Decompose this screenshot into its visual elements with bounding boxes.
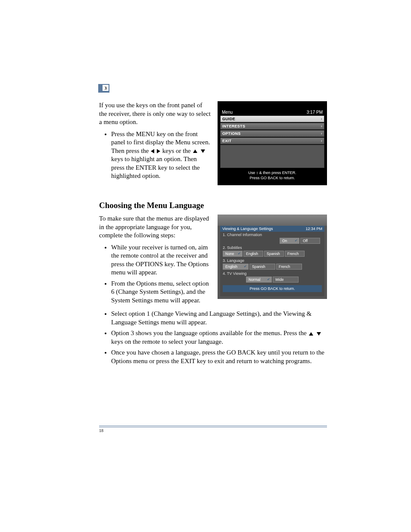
arrow-up-icon [309, 332, 313, 336]
osd2-opt-lang-french: French [276, 264, 302, 270]
screenshot-viewing-language: Viewing & Language Settings 12:34 PM 1. … [218, 215, 327, 299]
arrow-down-icon [201, 149, 205, 153]
osd2-row4-label: 4. TV Viewing [220, 271, 324, 277]
osd2-row1-label: 1. Channel Information [220, 232, 324, 238]
section1-intro: If you use the keys on the front panel o… [99, 101, 211, 127]
osd2-time: 12:34 PM [305, 227, 322, 231]
arrow-right-icon [157, 149, 160, 153]
osd1-item-exit: EXIT› [220, 137, 324, 144]
osd2-row2-label: 2. Subtitles [220, 245, 324, 251]
osd1-item-interests: INTERESTS› [220, 123, 324, 130]
arrow-left-icon [151, 149, 154, 153]
section-language: Viewing & Language Settings 12:34 PM 1. … [99, 215, 327, 308]
osd2-opt-normal: Normal✔ [246, 277, 272, 283]
section2-b5: Once you have chosen a language, press t… [111, 348, 327, 365]
section2-b3: Select option 1 (Change Viewing and Lang… [111, 310, 327, 327]
osd1-item-guide: GUIDE› [220, 115, 324, 122]
osd2-row3-label: 3. Language [220, 258, 324, 264]
section2-b4: Option 3 shows you the language options … [111, 329, 327, 346]
osd2-hint: Press GO BACK to return. [223, 285, 322, 292]
section2-b2: From the Options menu, select option 6 (… [111, 280, 211, 305]
section-front-panel: Menu 3:17 PM GUIDE› INTERESTS› OPTIONS› … [99, 101, 327, 190]
osd2-opt-lang-english: English✔ [223, 264, 249, 270]
osd1-hint2: Press GO BACK to return. [220, 176, 324, 181]
osd2-opt-spanish: Spanish [264, 251, 284, 257]
osd2-opt-french: French [285, 251, 305, 257]
section2-intro: To make sure that the menus are displaye… [99, 215, 211, 240]
osd2-title: Viewing & Language Settings [222, 227, 273, 231]
osd1-time: 3:17 PM [307, 110, 323, 115]
chapter-badge: 3 [98, 84, 109, 93]
heading-choosing-language: Choosing the Menu Language [99, 201, 327, 210]
osd2-opt-none: None✔ [223, 251, 243, 257]
osd1-item-options: OPTIONS› [220, 130, 324, 137]
screenshot-menu: Menu 3:17 PM GUIDE› INTERESTS› OPTIONS› … [218, 101, 327, 185]
osd2-opt-on: On✔ [280, 238, 299, 244]
footer-rule [99, 426, 327, 427]
osd2-opt-lang-spanish: Spanish [249, 264, 275, 270]
osd2-opt-wide: Wide [273, 277, 299, 283]
page-number: 18 [99, 428, 327, 433]
arrow-up-icon [193, 149, 197, 153]
osd1-title: Menu [222, 110, 233, 115]
chapter-number: 3 [103, 85, 109, 91]
section2-b1: While your receiver is turned on, aim th… [111, 243, 211, 277]
osd2-opt-off: Off [300, 238, 320, 244]
osd2-opt-english: English [243, 251, 263, 257]
section1-bullet1: Press the MENU key on the front panel to… [111, 130, 211, 180]
osd1-hint1: Use ↕ & then press ENTER. [220, 168, 324, 176]
arrow-down-icon [317, 332, 321, 336]
